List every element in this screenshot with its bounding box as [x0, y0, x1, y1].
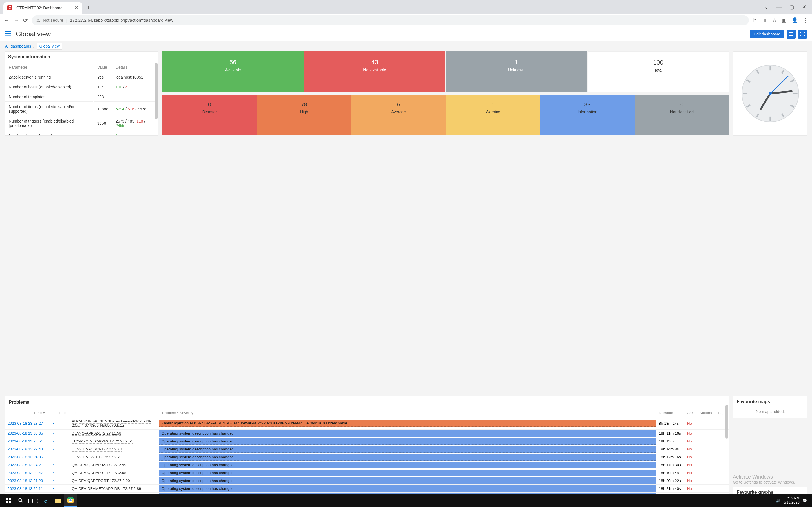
window-close-icon[interactable]: ✕	[802, 4, 806, 10]
problem-duration: 18h 17m 30s	[656, 461, 684, 469]
problem-row: 2023-08-18 23:28:27 • ADC-R418-5-PFSENSE…	[5, 417, 729, 430]
url-bar[interactable]: ⚠ Not secure | 172.27.2.64/zabbix/zabbix…	[32, 15, 749, 25]
problem-severity-cell[interactable]: Operating system description has changed	[159, 454, 656, 460]
tray-notification-icon[interactable]: 💬	[802, 499, 807, 503]
problem-host[interactable]: QA-DEV-DEVMETAAPP-DB-172.27.2.89	[69, 485, 159, 493]
problem-host[interactable]: QA-DEV-QAHAP02-172.27.2.99	[69, 461, 159, 469]
tile-not-classified[interactable]: 0Not classified	[635, 95, 729, 135]
tab-close-icon[interactable]: ✕	[74, 5, 79, 11]
problem-severity-cell[interactable]: Operating system description has changed	[159, 446, 656, 453]
problem-severity-cell[interactable]: Operating system description has changed	[159, 485, 656, 492]
hamburger-menu-icon[interactable]	[5, 31, 11, 37]
breadcrumb-root[interactable]: All dashboards	[5, 44, 31, 48]
tile-not-available[interactable]: 43Not available	[304, 51, 446, 92]
task-view-icon[interactable]: ▢▢	[27, 494, 40, 507]
problem-host[interactable]: ADC-R418-5-PFSENSE-TestFirewall-907ff928…	[69, 417, 159, 430]
new-tab-button[interactable]: +	[84, 3, 93, 12]
col-actions[interactable]: Actions	[697, 408, 715, 417]
problem-time-link[interactable]: 2023-08-18 13:27:43	[8, 447, 43, 451]
dashboard-menu-icon[interactable]	[786, 30, 796, 39]
tile-high[interactable]: 78High	[257, 95, 351, 135]
problem-time-link[interactable]: 2023-08-18 13:28:51	[8, 439, 43, 443]
problem-severity-cell[interactable]: Operating system description has changed	[159, 477, 656, 484]
problem-time-link[interactable]: 2023-08-18 13:22:47	[8, 471, 43, 475]
share-icon[interactable]: ⇪	[763, 17, 767, 23]
problem-ack-link[interactable]: No	[687, 447, 692, 451]
tile-unknown[interactable]: 1Unknown	[446, 51, 587, 92]
nav-reload-icon[interactable]: ⟳	[23, 17, 28, 24]
problems-scrollbar[interactable]	[725, 405, 728, 439]
chrome-menu-icon[interactable]: ⋮	[803, 17, 808, 23]
problem-host[interactable]: QA-DEV-QAHAP01-172.27.2.98	[69, 469, 159, 477]
problem-host[interactable]: DEV-DEVACS01-172.27.2.73	[69, 445, 159, 453]
col-duration[interactable]: Duration	[656, 408, 684, 417]
problem-host[interactable]: TRY-PROD-EC-KVM01-172.27.9.51	[69, 438, 159, 445]
search-icon[interactable]	[15, 494, 27, 507]
sysinfo-scrollbar[interactable]	[155, 63, 158, 119]
timeline-dot-icon: •	[50, 417, 57, 430]
window-maximize-icon[interactable]: ▢	[790, 4, 794, 10]
sysinfo-value: 10888	[94, 102, 112, 116]
col-info[interactable]: Info	[57, 408, 69, 417]
taskbar-clock[interactable]: 7:12 PM 8/18/2023	[783, 496, 800, 505]
problems-by-severity-widget: 0Disaster 78High 6Average 1Warning 33Inf…	[162, 95, 729, 135]
window-minimize-icon[interactable]: —	[776, 4, 781, 10]
problem-ack-link[interactable]: No	[687, 431, 692, 436]
browser-tab[interactable]: Z IQTRYINTG02: Dashboard ✕	[3, 2, 82, 13]
col-problem[interactable]: Problem • Severity	[159, 408, 656, 417]
extensions-icon[interactable]: ▣	[782, 17, 786, 23]
ie-icon[interactable]: e	[40, 494, 52, 507]
password-key-icon[interactable]: ⚿	[753, 17, 758, 23]
windows-taskbar: ▢▢ e 🖵 🔊 7:12 PM 8/18/2023 💬	[0, 494, 812, 507]
start-button[interactable]	[2, 494, 15, 507]
problem-time-link[interactable]: 2023-08-18 13:24:35	[8, 455, 43, 459]
problem-severity-cell[interactable]: Operating system description has changed	[159, 438, 656, 445]
problem-host[interactable]: DEV-IQ-APP02-172.27.11.58	[69, 430, 159, 438]
col-host[interactable]: Host	[69, 408, 159, 417]
problem-severity-cell[interactable]: Operating system description has changed	[159, 430, 656, 437]
problem-ack-link[interactable]: No	[687, 455, 692, 459]
problem-time-link[interactable]: 2023-08-18 13:21:29	[8, 478, 43, 483]
edit-dashboard-button[interactable]: Edit dashboard	[750, 30, 784, 38]
problem-ack-link[interactable]: No	[687, 471, 692, 475]
profile-icon[interactable]: 👤	[792, 17, 798, 23]
problem-time-link[interactable]: 2023-08-18 13:20:11	[8, 487, 43, 491]
bookmark-star-icon[interactable]: ☆	[772, 17, 777, 23]
problem-severity-cell[interactable]: Zabbix agent on ADC-R418-5-PFSENSE-TestF…	[159, 420, 656, 427]
tile-disaster[interactable]: 0Disaster	[162, 95, 257, 135]
tile-available[interactable]: 56Available	[162, 51, 304, 92]
chrome-icon[interactable]	[64, 494, 77, 507]
col-ack[interactable]: Ack	[684, 408, 697, 417]
window-dropdown-icon[interactable]: ⌄	[764, 4, 769, 10]
problem-host[interactable]: DEV-DEVHAP01-172.27.2.71	[69, 453, 159, 461]
svg-point-22	[769, 92, 772, 95]
tile-warning[interactable]: 1Warning	[446, 95, 540, 135]
nav-forward-icon[interactable]: →	[13, 17, 19, 23]
sysinfo-col-details[interactable]: Details	[112, 63, 158, 72]
problem-time-link[interactable]: 2023-08-18 13:24:21	[8, 463, 43, 467]
problem-ack-link[interactable]: No	[687, 439, 692, 443]
problem-ack-link[interactable]: No	[687, 487, 692, 491]
problem-severity-cell[interactable]: Operating system description has changed	[159, 462, 656, 468]
breadcrumb-current[interactable]: Global view	[37, 43, 62, 50]
file-explorer-icon[interactable]	[52, 494, 64, 507]
problem-time-link[interactable]: 2023-08-18 23:28:27	[8, 421, 43, 426]
col-time[interactable]: Time ▾	[5, 408, 50, 417]
problem-host[interactable]: QA-DEV-QAREPORT-172.27.2.90	[69, 477, 159, 485]
problem-ack-link[interactable]: No	[687, 421, 692, 426]
sysinfo-col-parameter[interactable]: Parameter	[5, 63, 93, 72]
fullscreen-icon[interactable]	[798, 30, 807, 39]
tray-monitor-icon[interactable]: 🖵	[769, 499, 773, 503]
problem-ack-link[interactable]: No	[687, 478, 692, 483]
problem-severity-cell[interactable]: Operating system description has changed	[159, 469, 656, 476]
problem-ack-link[interactable]: No	[687, 463, 692, 467]
tile-total[interactable]: 100Total	[588, 51, 729, 92]
nav-back-icon[interactable]: ←	[4, 17, 10, 23]
problem-info	[57, 430, 69, 438]
problem-time-link[interactable]: 2023-08-18 13:30:35	[8, 431, 43, 436]
tray-volume-icon[interactable]: 🔊	[776, 499, 780, 503]
tile-average[interactable]: 6Average	[351, 95, 446, 135]
sysinfo-details: 5794 / 516 / 4578	[112, 102, 158, 116]
tile-information[interactable]: 33Information	[540, 95, 635, 135]
sysinfo-col-value[interactable]: Value	[94, 63, 112, 72]
